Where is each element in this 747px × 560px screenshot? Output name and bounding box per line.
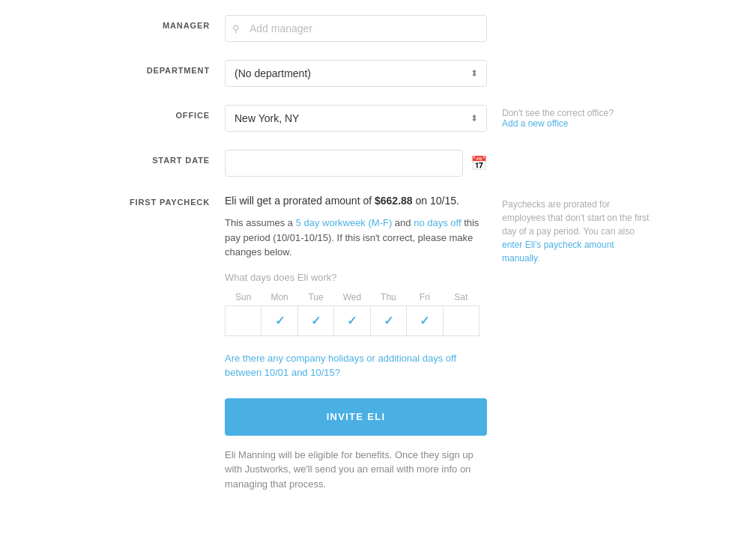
desc-before: This assumes a bbox=[225, 217, 296, 228]
department-select-wrap: (No department) Engineering Sales Market… bbox=[225, 60, 487, 87]
day-header-wed: Wed bbox=[334, 289, 370, 306]
office-select-wrap: New York, NY San Francisco, CA Chicago, … bbox=[225, 105, 487, 132]
office-aside: Don't see the correct office? Add a new … bbox=[502, 105, 614, 129]
day-cell-fri[interactable]: ✓ bbox=[407, 305, 443, 335]
date-input-group: 10/09/2015 📅 bbox=[225, 150, 487, 177]
calendar-icon[interactable]: 📅 bbox=[471, 155, 487, 171]
manager-row: Manager ⚲ bbox=[105, 15, 747, 42]
manager-input-wrap: ⚲ bbox=[225, 15, 487, 42]
workdays-table: Sun Mon Tue Wed Thu Fri Sat ✓ bbox=[225, 289, 480, 336]
paycheck-aside-after: . bbox=[537, 253, 539, 264]
paycheck-amount: $662.88 bbox=[375, 195, 413, 207]
day-cell-wed[interactable]: ✓ bbox=[334, 305, 370, 335]
workweek-link[interactable]: 5 day workweek (M-F) bbox=[296, 217, 393, 228]
start-date-label: Start Date bbox=[105, 150, 225, 165]
office-label: Office bbox=[105, 105, 225, 120]
invite-button[interactable]: Invite Eli bbox=[225, 398, 487, 436]
first-paycheck-row: First Paycheck Eli will get a prorated a… bbox=[105, 195, 747, 491]
department-select[interactable]: (No department) Engineering Sales Market… bbox=[225, 60, 487, 87]
check-mon: ✓ bbox=[275, 314, 285, 327]
manager-label: Manager bbox=[105, 15, 225, 30]
paycheck-desc: This assumes a 5 day workweek (M-F) and … bbox=[225, 216, 487, 260]
check-wed: ✓ bbox=[347, 314, 357, 327]
nodays-link[interactable]: no days off bbox=[414, 217, 461, 228]
day-header-sun: Sun bbox=[226, 289, 261, 306]
paycheck-title-before: Eli will get a prorated amount of bbox=[225, 195, 375, 207]
day-cell-thu[interactable]: ✓ bbox=[370, 305, 406, 335]
first-paycheck-content: Eli will get a prorated amount of $662.8… bbox=[225, 195, 487, 491]
paycheck-aside: Paychecks are prorated for employees tha… bbox=[502, 195, 652, 265]
office-row: Office New York, NY San Francisco, CA Ch… bbox=[105, 105, 747, 132]
holidays-link[interactable]: Are there any company holidays or additi… bbox=[225, 351, 487, 380]
start-date-input[interactable]: 10/09/2015 bbox=[225, 150, 463, 177]
first-paycheck-label: First Paycheck bbox=[105, 195, 225, 207]
office-aside-hint: Don't see the correct office? bbox=[502, 108, 614, 118]
day-header-sat: Sat bbox=[443, 289, 479, 306]
paycheck-title-after: on 10/15. bbox=[413, 195, 459, 207]
day-header-tue: Tue bbox=[297, 289, 333, 306]
check-thu: ✓ bbox=[384, 314, 393, 327]
benefits-note: Eli Manning will be eligible for benefit… bbox=[225, 448, 487, 492]
start-date-wrap: 10/09/2015 📅 bbox=[225, 150, 487, 177]
department-label: Department bbox=[105, 60, 225, 75]
day-header-fri: Fri bbox=[407, 289, 443, 306]
office-select[interactable]: New York, NY San Francisco, CA Chicago, … bbox=[225, 105, 487, 132]
check-tue: ✓ bbox=[311, 314, 321, 327]
search-icon: ⚲ bbox=[232, 23, 240, 34]
day-cell-sun[interactable] bbox=[226, 305, 261, 335]
start-date-row: Start Date 10/09/2015 📅 bbox=[105, 150, 747, 177]
department-row: Department (No department) Engineering S… bbox=[105, 60, 747, 87]
paycheck-aside-text: Paychecks are prorated for employees tha… bbox=[502, 199, 649, 237]
day-cell-sat[interactable] bbox=[443, 305, 479, 335]
workdays-question: What days does Eli work? bbox=[225, 272, 487, 283]
manager-input[interactable] bbox=[225, 15, 487, 42]
add-office-link[interactable]: Add a new office bbox=[502, 118, 569, 129]
day-header-mon: Mon bbox=[261, 289, 297, 306]
day-cell-mon[interactable]: ✓ bbox=[261, 305, 297, 335]
desc-middle: and bbox=[392, 217, 414, 228]
paycheck-title: Eli will get a prorated amount of $662.8… bbox=[225, 195, 487, 207]
check-fri: ✓ bbox=[420, 314, 429, 327]
enter-paycheck-link[interactable]: enter Eli's paycheck amount manually bbox=[502, 240, 614, 264]
day-header-thu: Thu bbox=[370, 289, 406, 306]
day-cell-tue[interactable]: ✓ bbox=[297, 305, 333, 335]
